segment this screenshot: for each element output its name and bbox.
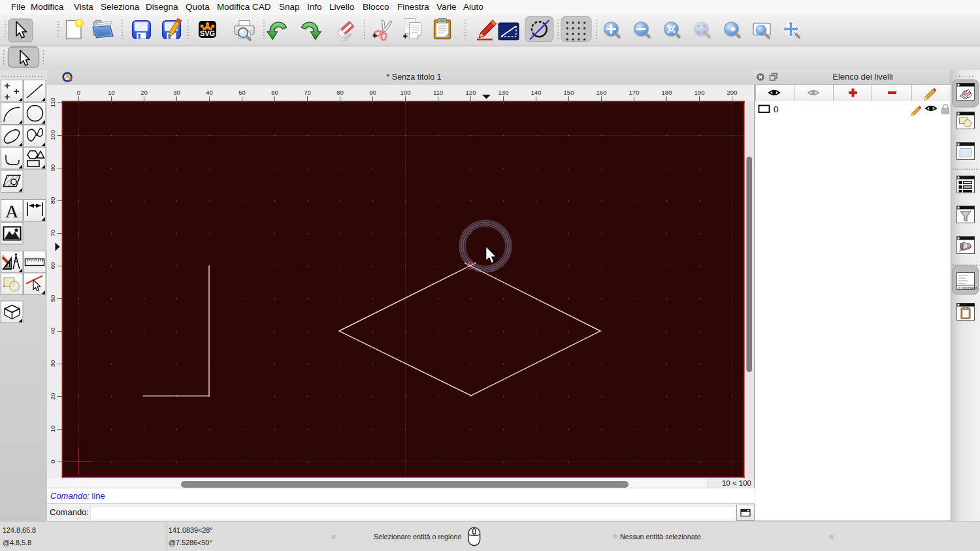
svg-text:170: 170: [629, 89, 640, 96]
svg-text:120: 120: [466, 89, 476, 96]
svg-text:40: 40: [206, 89, 213, 96]
svg-text:110: 110: [433, 89, 443, 96]
svg-text:190: 190: [694, 89, 705, 96]
svg-text:c command: c command: [958, 286, 977, 290]
svg-text:80: 80: [336, 89, 344, 96]
svg-text:80: 80: [49, 197, 56, 204]
svg-text:140: 140: [531, 89, 542, 96]
svg-text:150: 150: [564, 89, 574, 96]
svg-text:0: 0: [77, 89, 80, 96]
svg-text:30: 30: [173, 89, 180, 96]
svg-text:50: 50: [49, 295, 56, 302]
svg-text:10: 10: [108, 89, 115, 96]
svg-text:100: 100: [400, 89, 411, 96]
svg-text:20: 20: [140, 89, 148, 96]
svg-text:40: 40: [49, 328, 56, 335]
svg-text:SVG: SVG: [200, 29, 215, 37]
svg-text:130: 130: [498, 89, 509, 96]
svg-text:A: A: [5, 201, 19, 221]
svg-text:0: 0: [49, 460, 56, 463]
svg-text:90: 90: [369, 89, 376, 96]
svg-text:60: 60: [271, 89, 278, 96]
svg-text:60: 60: [49, 262, 56, 270]
svg-text:10: 10: [49, 426, 56, 433]
svg-text:200: 200: [727, 89, 738, 96]
svg-text:160: 160: [596, 89, 607, 96]
svg-text:0: 0: [774, 104, 779, 114]
svg-text:20: 20: [49, 393, 56, 400]
svg-text:50: 50: [238, 89, 246, 96]
svg-text:70: 70: [49, 230, 56, 237]
svg-text:110: 110: [49, 97, 56, 107]
svg-text:100: 100: [49, 130, 56, 140]
svg-text:10 < 100: 10 < 100: [722, 479, 751, 487]
svg-text:70: 70: [304, 89, 311, 96]
svg-text:90: 90: [49, 165, 56, 172]
svg-text:30: 30: [49, 360, 56, 368]
svg-text:180: 180: [662, 89, 672, 96]
